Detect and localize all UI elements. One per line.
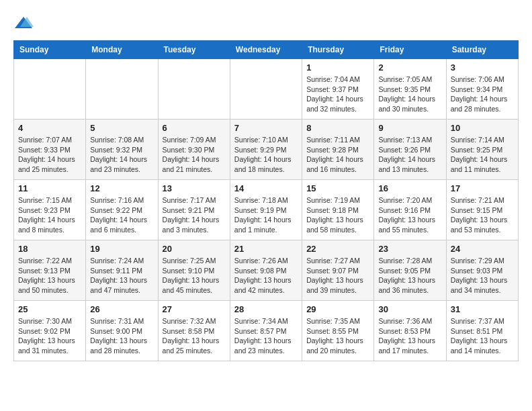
calendar-cell: 25Sunrise: 7:30 AM Sunset: 9:02 PM Dayli… [14,301,86,361]
day-number: 27 [163,304,226,314]
day-number: 26 [90,304,153,314]
day-info: Sunrise: 7:06 AM Sunset: 9:34 PM Dayligh… [451,75,514,114]
calendar-cell: 4Sunrise: 7:07 AM Sunset: 9:33 PM Daylig… [14,120,86,180]
day-info: Sunrise: 7:14 AM Sunset: 9:25 PM Dayligh… [451,135,514,175]
day-number: 15 [306,183,369,193]
day-info: Sunrise: 7:21 AM Sunset: 9:15 PM Dayligh… [451,195,514,235]
day-info: Sunrise: 7:27 AM Sunset: 9:07 PM Dayligh… [306,256,369,295]
calendar-cell: 3Sunrise: 7:06 AM Sunset: 9:34 PM Daylig… [446,59,518,120]
day-info: Sunrise: 7:07 AM Sunset: 9:33 PM Dayligh… [18,135,81,175]
calendar-cell: 5Sunrise: 7:08 AM Sunset: 9:32 PM Daylig… [86,120,158,180]
day-of-week-header: Sunday [14,41,86,59]
calendar-cell: 17Sunrise: 7:21 AM Sunset: 9:15 PM Dayli… [446,180,518,240]
calendar-week-row: 18Sunrise: 7:22 AM Sunset: 9:13 PM Dayli… [14,240,519,301]
calendar-cell: 31Sunrise: 7:37 AM Sunset: 8:51 PM Dayli… [446,301,518,361]
calendar-cell: 8Sunrise: 7:11 AM Sunset: 9:28 PM Daylig… [302,120,374,180]
day-number: 9 [378,123,441,133]
day-of-week-header: Tuesday [158,41,230,59]
day-info: Sunrise: 7:28 AM Sunset: 9:05 PM Dayligh… [378,256,441,295]
day-number: 19 [90,244,153,254]
day-number: 28 [234,304,298,314]
day-info: Sunrise: 7:08 AM Sunset: 9:32 PM Dayligh… [90,135,153,175]
page-header [13,13,519,34]
day-info: Sunrise: 7:11 AM Sunset: 9:28 PM Dayligh… [306,135,369,175]
calendar-week-row: 25Sunrise: 7:30 AM Sunset: 9:02 PM Dayli… [14,301,519,361]
calendar-cell: 12Sunrise: 7:16 AM Sunset: 9:22 PM Dayli… [86,180,158,240]
calendar-cell: 27Sunrise: 7:32 AM Sunset: 8:58 PM Dayli… [158,301,230,361]
day-info: Sunrise: 7:36 AM Sunset: 8:53 PM Dayligh… [378,316,441,356]
day-number: 10 [451,123,514,133]
calendar-cell: 13Sunrise: 7:17 AM Sunset: 9:21 PM Dayli… [158,180,230,240]
day-info: Sunrise: 7:25 AM Sunset: 9:10 PM Dayligh… [163,256,226,295]
calendar-cell: 9Sunrise: 7:13 AM Sunset: 9:26 PM Daylig… [374,120,446,180]
calendar-cell: 26Sunrise: 7:31 AM Sunset: 9:00 PM Dayli… [86,301,158,361]
logo-icon [13,13,34,34]
calendar-cell [158,59,230,120]
day-of-week-header: Friday [374,41,446,59]
calendar-cell: 15Sunrise: 7:19 AM Sunset: 9:18 PM Dayli… [302,180,374,240]
calendar-week-row: 1Sunrise: 7:04 AM Sunset: 9:37 PM Daylig… [14,59,519,120]
day-of-week-header: Thursday [302,41,374,59]
calendar-cell: 23Sunrise: 7:28 AM Sunset: 9:05 PM Dayli… [374,240,446,301]
day-info: Sunrise: 7:13 AM Sunset: 9:26 PM Dayligh… [378,135,441,175]
day-number: 18 [18,244,81,254]
day-header-row: SundayMondayTuesdayWednesdayThursdayFrid… [14,41,519,59]
day-info: Sunrise: 7:20 AM Sunset: 9:16 PM Dayligh… [378,195,441,235]
day-number: 13 [163,183,226,193]
day-info: Sunrise: 7:17 AM Sunset: 9:21 PM Dayligh… [163,195,226,235]
day-info: Sunrise: 7:09 AM Sunset: 9:30 PM Dayligh… [163,135,226,175]
calendar-cell: 1Sunrise: 7:04 AM Sunset: 9:37 PM Daylig… [302,59,374,120]
day-info: Sunrise: 7:16 AM Sunset: 9:22 PM Dayligh… [90,195,153,235]
calendar-cell: 2Sunrise: 7:05 AM Sunset: 9:35 PM Daylig… [374,59,446,120]
day-number: 16 [378,183,441,193]
day-info: Sunrise: 7:37 AM Sunset: 8:51 PM Dayligh… [451,316,514,356]
calendar-cell: 22Sunrise: 7:27 AM Sunset: 9:07 PM Dayli… [302,240,374,301]
day-info: Sunrise: 7:35 AM Sunset: 8:55 PM Dayligh… [306,316,369,356]
calendar-header: SundayMondayTuesdayWednesdayThursdayFrid… [14,41,519,59]
calendar-cell: 6Sunrise: 7:09 AM Sunset: 9:30 PM Daylig… [158,120,230,180]
day-of-week-header: Monday [86,41,158,59]
calendar-cell [230,59,302,120]
calendar-body: 1Sunrise: 7:04 AM Sunset: 9:37 PM Daylig… [14,59,519,361]
day-info: Sunrise: 7:15 AM Sunset: 9:23 PM Dayligh… [18,195,81,235]
day-number: 12 [90,183,153,193]
calendar-week-row: 11Sunrise: 7:15 AM Sunset: 9:23 PM Dayli… [14,180,519,240]
day-number: 7 [234,123,298,133]
day-number: 11 [18,183,81,193]
calendar-cell: 29Sunrise: 7:35 AM Sunset: 8:55 PM Dayli… [302,301,374,361]
day-number: 22 [306,244,369,254]
day-number: 20 [163,244,226,254]
day-info: Sunrise: 7:32 AM Sunset: 8:58 PM Dayligh… [163,316,226,356]
day-info: Sunrise: 7:19 AM Sunset: 9:18 PM Dayligh… [306,195,369,235]
day-number: 30 [378,304,441,314]
calendar-cell: 24Sunrise: 7:29 AM Sunset: 9:03 PM Dayli… [446,240,518,301]
day-number: 1 [306,62,369,73]
day-info: Sunrise: 7:31 AM Sunset: 9:00 PM Dayligh… [90,316,153,356]
day-number: 5 [90,123,153,133]
day-number: 17 [451,183,514,193]
day-info: Sunrise: 7:05 AM Sunset: 9:35 PM Dayligh… [378,75,441,114]
calendar-cell: 10Sunrise: 7:14 AM Sunset: 9:25 PM Dayli… [446,120,518,180]
day-number: 14 [234,183,298,193]
day-info: Sunrise: 7:34 AM Sunset: 8:57 PM Dayligh… [234,316,298,356]
day-number: 2 [378,62,441,73]
day-of-week-header: Saturday [446,41,518,59]
day-number: 4 [18,123,81,133]
day-number: 8 [306,123,369,133]
day-info: Sunrise: 7:30 AM Sunset: 9:02 PM Dayligh… [18,316,81,356]
day-number: 31 [451,304,514,314]
calendar-cell: 20Sunrise: 7:25 AM Sunset: 9:10 PM Dayli… [158,240,230,301]
day-number: 3 [451,62,514,73]
day-number: 6 [163,123,226,133]
day-info: Sunrise: 7:10 AM Sunset: 9:29 PM Dayligh… [234,135,298,175]
calendar-cell: 7Sunrise: 7:10 AM Sunset: 9:29 PM Daylig… [230,120,302,180]
day-number: 24 [451,244,514,254]
calendar-week-row: 4Sunrise: 7:07 AM Sunset: 9:33 PM Daylig… [14,120,519,180]
day-number: 21 [234,244,298,254]
calendar-cell: 30Sunrise: 7:36 AM Sunset: 8:53 PM Dayli… [374,301,446,361]
calendar-cell: 28Sunrise: 7:34 AM Sunset: 8:57 PM Dayli… [230,301,302,361]
day-info: Sunrise: 7:29 AM Sunset: 9:03 PM Dayligh… [451,256,514,295]
calendar-cell: 19Sunrise: 7:24 AM Sunset: 9:11 PM Dayli… [86,240,158,301]
day-of-week-header: Wednesday [230,41,302,59]
calendar-cell: 18Sunrise: 7:22 AM Sunset: 9:13 PM Dayli… [14,240,86,301]
